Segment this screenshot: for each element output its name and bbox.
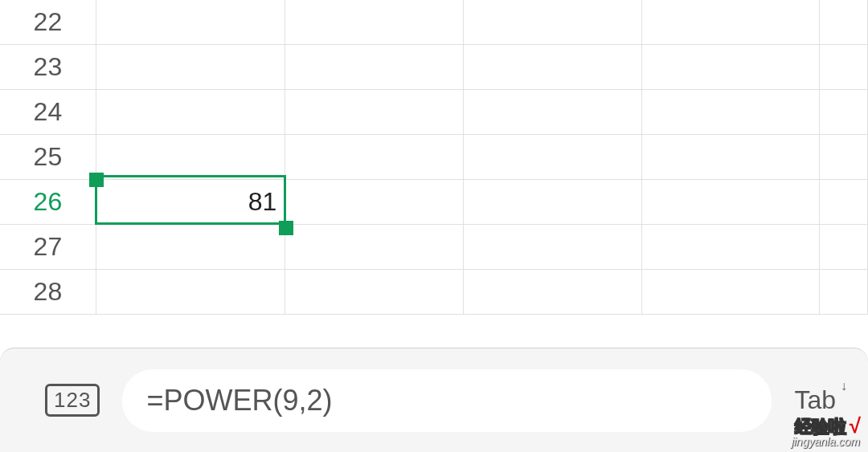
cell-f23[interactable] — [820, 45, 868, 89]
cell-c22[interactable] — [285, 0, 464, 44]
tab-button[interactable]: Tab ↓ — [794, 385, 845, 415]
selection-handle-bottom[interactable] — [279, 221, 293, 235]
cell-d25[interactable] — [464, 135, 642, 179]
row-28: 28 — [0, 270, 868, 315]
numeric-toggle-label: 123 — [45, 384, 100, 417]
watermark-check-icon: √ — [850, 413, 860, 438]
row-23: 23 — [0, 45, 868, 90]
cell-b24[interactable] — [96, 90, 286, 134]
cell-c24[interactable] — [285, 90, 464, 134]
row-header-28[interactable]: 28 — [0, 270, 96, 314]
row-header-25[interactable]: 25 — [0, 135, 96, 179]
cell-f28[interactable] — [820, 270, 868, 314]
numeric-keyboard-toggle[interactable]: 123 — [45, 384, 100, 417]
formula-bar: 123 =POWER(9,2) Tab ↓ — [0, 348, 868, 452]
cell-c25[interactable] — [285, 135, 464, 179]
selection-handle-top[interactable] — [89, 173, 104, 187]
cell-d28[interactable] — [464, 270, 642, 314]
cell-c23[interactable] — [285, 45, 464, 89]
cell-b26-active[interactable]: 81 — [96, 180, 286, 224]
row-header-23[interactable]: 23 — [0, 45, 96, 89]
tab-label: Tab — [794, 385, 836, 414]
row-27: 27 — [0, 225, 868, 270]
row-22: 22 — [0, 0, 868, 45]
cell-e25[interactable] — [642, 135, 821, 179]
cell-f27[interactable] — [820, 225, 868, 269]
cell-d27[interactable] — [464, 225, 642, 269]
cell-b23[interactable] — [96, 45, 286, 89]
cell-f24[interactable] — [820, 90, 868, 134]
tab-arrow-icon: ↓ — [841, 379, 847, 393]
cell-e28[interactable] — [642, 270, 821, 314]
cell-f26[interactable] — [820, 180, 868, 224]
cell-d26[interactable] — [464, 180, 642, 224]
cell-d24[interactable] — [464, 90, 642, 134]
row-header-24[interactable]: 24 — [0, 90, 96, 134]
cell-b28[interactable] — [96, 270, 286, 314]
row-header-27[interactable]: 27 — [0, 225, 96, 269]
cell-b27[interactable] — [96, 225, 286, 269]
cell-e22[interactable] — [642, 0, 821, 44]
row-24: 24 — [0, 90, 868, 135]
row-26: 26 81 — [0, 180, 868, 225]
cell-d23[interactable] — [464, 45, 642, 89]
cell-c28[interactable] — [285, 270, 464, 314]
watermark-text: 经验啦 — [795, 417, 845, 437]
spreadsheet-grid[interactable]: 22 23 24 25 26 81 27 — [0, 0, 868, 315]
cell-e23[interactable] — [642, 45, 821, 89]
cell-e26[interactable] — [642, 180, 821, 224]
row-header-26[interactable]: 26 — [0, 180, 96, 224]
cell-e27[interactable] — [642, 225, 821, 269]
cell-b22[interactable] — [96, 0, 286, 44]
cell-e24[interactable] — [642, 90, 821, 134]
row-header-22[interactable]: 22 — [0, 0, 96, 44]
watermark-url: jingyanla.com — [791, 436, 860, 447]
cell-b25[interactable] — [96, 135, 286, 179]
active-cell-value: 81 — [248, 187, 277, 217]
row-25: 25 — [0, 135, 868, 180]
cell-c26[interactable] — [285, 180, 464, 224]
formula-text: =POWER(9,2) — [146, 384, 332, 417]
cell-c27[interactable] — [285, 225, 464, 269]
cell-f25[interactable] — [820, 135, 868, 179]
cell-d22[interactable] — [464, 0, 642, 44]
watermark: 经验啦 √ jingyanla.com — [791, 415, 860, 447]
formula-input[interactable]: =POWER(9,2) — [122, 369, 772, 432]
cell-f22[interactable] — [820, 0, 868, 44]
